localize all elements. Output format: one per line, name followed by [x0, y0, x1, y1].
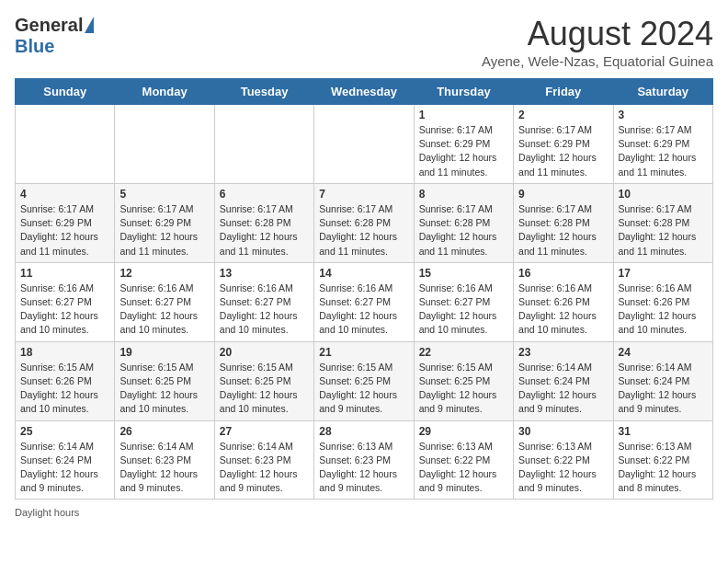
day-number: 4 — [20, 188, 109, 201]
daylight: Daylight: 12 hours and 11 minutes. — [619, 152, 697, 177]
week-row-2: 4Sunrise: 6:17 AMSunset: 6:29 PMDaylight… — [16, 183, 713, 262]
day-info: Sunrise: 6:15 AMSunset: 6:25 PMDaylight:… — [319, 361, 408, 417]
day-info: Sunrise: 6:14 AMSunset: 6:23 PMDaylight:… — [220, 440, 309, 496]
day-number: 8 — [419, 188, 508, 201]
daylight: Daylight: 12 hours and 11 minutes. — [518, 152, 597, 177]
sunset: Sunset: 6:28 PM — [220, 217, 291, 228]
location-subtitle: Ayene, Wele-Nzas, Equatorial Guinea — [482, 53, 713, 69]
title-area: August 2024 Ayene, Wele-Nzas, Equatorial… — [482, 15, 713, 69]
day-info: Sunrise: 6:14 AMSunset: 6:24 PMDaylight:… — [518, 361, 608, 417]
sunrise: Sunrise: 6:16 AM — [619, 282, 692, 293]
day-info: Sunrise: 6:14 AMSunset: 6:24 PMDaylight:… — [20, 440, 109, 496]
day-cell-18: 18Sunrise: 6:15 AMSunset: 6:26 PMDayligh… — [16, 341, 115, 420]
day-info: Sunrise: 6:17 AMSunset: 6:29 PMDaylight:… — [119, 202, 209, 259]
sunrise: Sunrise: 6:14 AM — [119, 441, 193, 452]
day-cell-21: 21Sunrise: 6:15 AMSunset: 6:25 PMDayligh… — [314, 341, 414, 420]
sunset: Sunset: 6:25 PM — [419, 375, 491, 386]
sunrise: Sunrise: 6:15 AM — [319, 362, 392, 373]
daylight: Daylight: 12 hours and 10 minutes. — [119, 310, 198, 335]
sunrise: Sunrise: 6:16 AM — [119, 282, 193, 293]
day-info: Sunrise: 6:16 AMSunset: 6:27 PMDaylight:… — [119, 282, 209, 338]
daylight: Daylight: 12 hours and 9 minutes. — [619, 389, 697, 414]
day-cell-7: 7Sunrise: 6:17 AMSunset: 6:28 PMDaylight… — [314, 183, 414, 262]
day-header-friday: Friday — [514, 79, 613, 105]
daylight: Daylight: 12 hours and 10 minutes. — [419, 310, 497, 335]
day-info: Sunrise: 6:15 AMSunset: 6:25 PMDaylight:… — [419, 361, 508, 417]
sunset: Sunset: 6:24 PM — [619, 375, 690, 386]
day-cell-13: 13Sunrise: 6:16 AMSunset: 6:27 PMDayligh… — [214, 262, 313, 341]
sunrise: Sunrise: 6:17 AM — [619, 124, 692, 135]
sunset: Sunset: 6:23 PM — [119, 454, 191, 465]
daylight: Daylight: 12 hours and 11 minutes. — [220, 231, 298, 256]
sunrise: Sunrise: 6:16 AM — [20, 282, 94, 293]
sunrise: Sunrise: 6:17 AM — [518, 203, 592, 214]
day-number: 12 — [119, 267, 209, 280]
logo: General Blue — [15, 15, 94, 57]
day-info: Sunrise: 6:16 AMSunset: 6:26 PMDaylight:… — [619, 282, 708, 338]
sunset: Sunset: 6:25 PM — [319, 375, 391, 386]
day-cell-27: 27Sunrise: 6:14 AMSunset: 6:23 PMDayligh… — [214, 420, 313, 500]
sunrise: Sunrise: 6:17 AM — [419, 124, 493, 135]
day-number: 26 — [119, 425, 209, 438]
sunset: Sunset: 6:27 PM — [319, 296, 391, 307]
day-cell-8: 8Sunrise: 6:17 AMSunset: 6:28 PMDaylight… — [414, 183, 513, 262]
day-info: Sunrise: 6:16 AMSunset: 6:26 PMDaylight:… — [518, 282, 608, 338]
sunset: Sunset: 6:22 PM — [518, 454, 590, 465]
day-number: 7 — [319, 188, 408, 201]
day-cell-4: 4Sunrise: 6:17 AMSunset: 6:29 PMDaylight… — [16, 183, 115, 262]
day-header-tuesday: Tuesday — [214, 79, 313, 105]
day-cell-15: 15Sunrise: 6:16 AMSunset: 6:27 PMDayligh… — [414, 262, 513, 341]
month-title: August 2024 — [482, 15, 713, 53]
day-info: Sunrise: 6:17 AMSunset: 6:29 PMDaylight:… — [20, 202, 109, 259]
daylight: Daylight: 12 hours and 10 minutes. — [220, 310, 298, 335]
day-number: 23 — [518, 346, 608, 359]
day-info: Sunrise: 6:14 AMSunset: 6:23 PMDaylight:… — [119, 440, 209, 496]
daylight: Daylight: 12 hours and 10 minutes. — [619, 310, 697, 335]
day-info: Sunrise: 6:13 AMSunset: 6:23 PMDaylight:… — [319, 440, 408, 496]
day-number: 1 — [419, 109, 508, 121]
sunrise: Sunrise: 6:16 AM — [419, 282, 493, 293]
day-info: Sunrise: 6:15 AMSunset: 6:25 PMDaylight:… — [119, 361, 209, 417]
day-number: 10 — [619, 188, 708, 201]
daylight: Daylight: 12 hours and 9 minutes. — [220, 468, 298, 493]
sunset: Sunset: 6:29 PM — [119, 217, 191, 228]
sunset: Sunset: 6:29 PM — [518, 138, 590, 149]
sunset: Sunset: 6:23 PM — [220, 454, 291, 465]
day-number: 5 — [119, 188, 209, 201]
sunrise: Sunrise: 6:16 AM — [220, 282, 293, 293]
day-info: Sunrise: 6:17 AMSunset: 6:28 PMDaylight:… — [518, 202, 608, 259]
day-number: 14 — [319, 267, 408, 280]
day-cell-29: 29Sunrise: 6:13 AMSunset: 6:22 PMDayligh… — [414, 420, 513, 500]
day-cell-20: 20Sunrise: 6:15 AMSunset: 6:25 PMDayligh… — [214, 341, 313, 420]
sunrise: Sunrise: 6:17 AM — [20, 203, 94, 214]
day-info: Sunrise: 6:13 AMSunset: 6:22 PMDaylight:… — [518, 440, 608, 496]
day-cell-3: 3Sunrise: 6:17 AMSunset: 6:29 PMDaylight… — [613, 105, 712, 184]
empty-cell — [314, 105, 414, 184]
calendar-table: SundayMondayTuesdayWednesdayThursdayFrid… — [15, 78, 713, 500]
daylight: Daylight: 12 hours and 11 minutes. — [119, 231, 198, 256]
sunrise: Sunrise: 6:17 AM — [220, 203, 293, 214]
day-number: 21 — [319, 346, 408, 359]
sunset: Sunset: 6:28 PM — [619, 217, 690, 228]
day-cell-9: 9Sunrise: 6:17 AMSunset: 6:28 PMDaylight… — [514, 183, 613, 262]
day-cell-24: 24Sunrise: 6:14 AMSunset: 6:24 PMDayligh… — [613, 341, 712, 420]
daylight: Daylight: 12 hours and 10 minutes. — [319, 310, 397, 335]
sunset: Sunset: 6:27 PM — [220, 296, 291, 307]
daylight: Daylight: 12 hours and 9 minutes. — [119, 468, 198, 493]
day-number: 25 — [20, 425, 109, 438]
sunset: Sunset: 6:28 PM — [518, 217, 590, 228]
sunset: Sunset: 6:25 PM — [220, 375, 291, 386]
daylight: Daylight: 12 hours and 9 minutes. — [319, 468, 397, 493]
day-info: Sunrise: 6:17 AMSunset: 6:28 PMDaylight:… — [220, 202, 309, 259]
sunrise: Sunrise: 6:13 AM — [419, 441, 493, 452]
sunrise: Sunrise: 6:17 AM — [119, 203, 193, 214]
day-cell-10: 10Sunrise: 6:17 AMSunset: 6:28 PMDayligh… — [613, 183, 712, 262]
sunrise: Sunrise: 6:17 AM — [319, 203, 392, 214]
week-row-4: 18Sunrise: 6:15 AMSunset: 6:26 PMDayligh… — [16, 341, 713, 420]
sunrise: Sunrise: 6:15 AM — [119, 362, 193, 373]
day-number: 13 — [220, 267, 309, 280]
logo-triangle-icon — [85, 17, 94, 33]
day-info: Sunrise: 6:17 AMSunset: 6:29 PMDaylight:… — [518, 123, 608, 179]
day-number: 30 — [518, 425, 608, 438]
day-number: 3 — [619, 109, 708, 121]
